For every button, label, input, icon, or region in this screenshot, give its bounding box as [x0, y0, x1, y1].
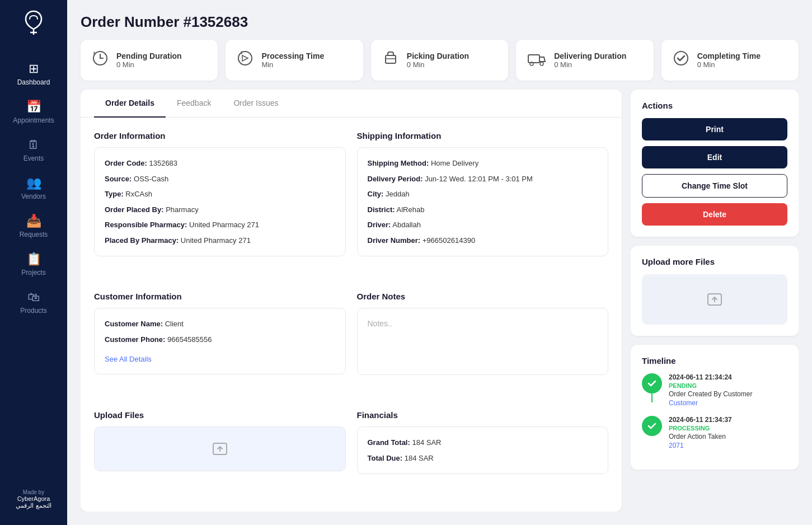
shipping-information-card: Shipping Method: Home Delivery Delivery … — [357, 147, 609, 256]
order-information-section: Order Information Order Code: 1352683 So… — [94, 131, 346, 280]
sidebar-item-projects[interactable]: 📋 Projects — [0, 245, 67, 283]
see-all-details-link[interactable]: See All Details — [105, 355, 152, 363]
city-row: City: Jeddah — [368, 189, 598, 200]
sidebar-item-vendors-label: Vendors — [21, 193, 46, 200]
print-button[interactable]: Print — [642, 118, 787, 140]
dashboard-icon: ⊞ — [29, 62, 39, 76]
tab-order-details[interactable]: Order Details — [94, 90, 166, 118]
city-label: City: — [368, 190, 384, 198]
svg-rect-2 — [386, 55, 396, 63]
responsible-pharmacy-label: Responsible Pharmacy: — [105, 221, 187, 229]
timeline-time-0: 2024-06-11 21:34:24 — [669, 373, 752, 381]
sidebar-item-appointments[interactable]: 📅 Appointments — [0, 93, 67, 131]
district-value: AlRehab — [397, 205, 425, 214]
right-panel: Actions Print Edit Change Time Slot Dele… — [631, 90, 799, 512]
processing-time-value: Min — [261, 60, 324, 69]
customer-phone-row: Customer Phone: 96654585556 — [105, 334, 335, 345]
stat-processing: Processing Time Min — [226, 40, 363, 81]
customer-name-row: Customer Name: Client — [105, 318, 335, 330]
order-source-label: Source: — [105, 175, 132, 183]
main-content: Order Number #1352683 Pending Duration 0… — [67, 0, 812, 525]
stat-picking: Picking Duration 0 Min — [371, 40, 508, 81]
customer-name-value: Client — [165, 320, 184, 328]
sidebar-item-dashboard[interactable]: ⊞ Dashboard — [0, 55, 67, 93]
delete-button[interactable]: Delete — [642, 203, 787, 226]
customer-information-card: Customer Name: Client Customer Phone: 96… — [94, 308, 346, 374]
sidebar-item-events[interactable]: 🗓 Events — [0, 131, 67, 169]
timeline-status-1: PROCESSING — [669, 425, 732, 432]
products-icon: 🛍 — [27, 290, 40, 304]
sidebar-logo — [22, 9, 45, 41]
tab-feedback[interactable]: Feedback — [166, 90, 222, 118]
processing-time-label: Processing Time — [261, 51, 324, 60]
stat-completing: Completing Time 0 Min — [661, 40, 799, 81]
timeline-time-1: 2024-06-11 21:34:37 — [669, 416, 732, 424]
sidebar-item-products[interactable]: 🛍 Products — [0, 283, 67, 321]
upload-files-title: Upload Files — [94, 410, 346, 420]
driver-value: Abdallah — [392, 221, 421, 229]
driver-number-value: +966502614390 — [423, 236, 475, 245]
order-notes-section: Order Notes Notes.. — [357, 292, 609, 399]
delivery-period-label: Delivery Period: — [368, 175, 423, 183]
customer-information-title: Customer Information — [94, 292, 346, 301]
order-source-row: Source: OSS-Cash — [105, 174, 335, 185]
sidebar-item-requests[interactable]: 📥 Requests — [0, 207, 67, 245]
order-code-value: 1352683 — [149, 159, 177, 167]
order-source-value: OSS-Cash — [134, 175, 168, 183]
actions-title: Actions — [642, 101, 787, 110]
delivering-duration-icon — [527, 50, 546, 70]
driver-label: Driver: — [368, 221, 391, 229]
upload-more-files-area[interactable] — [642, 274, 787, 325]
timeline-link-0[interactable]: Customer — [669, 399, 752, 407]
driver-number-row: Driver Number: +966502614390 — [368, 235, 598, 246]
order-notes-placeholder: Notes.. — [368, 319, 392, 328]
upload-files-section: Upload Files — [94, 410, 346, 498]
driver-number-label: Driver Number: — [368, 236, 421, 245]
change-time-slot-button[interactable]: Change Time Slot — [642, 174, 787, 198]
placed-by-pharmacy-value: United Pharmacy 271 — [181, 236, 251, 245]
timeline-icon-1 — [642, 416, 662, 436]
timeline-item-1: 2024-06-11 21:34:37 PROCESSING Order Act… — [642, 416, 787, 449]
financials-section: Financials Grand Total: 184 SAR Total Du… — [357, 410, 609, 498]
stat-delivering: Delivering Duration 0 Min — [516, 40, 653, 81]
sidebar-item-vendors[interactable]: 👥 Vendors — [0, 169, 67, 207]
svg-point-5 — [540, 62, 543, 65]
total-due-label: Total Due: — [368, 454, 403, 462]
total-due-row: Total Due: 184 SAR — [368, 453, 598, 464]
pending-duration-value: 0 Min — [116, 60, 182, 69]
stat-pending: Pending Duration 0 Min — [81, 40, 218, 81]
edit-button[interactable]: Edit — [642, 146, 787, 168]
order-notes-title: Order Notes — [357, 292, 609, 301]
timeline-desc-0: Order Created By Customer — [669, 390, 752, 398]
placed-by-pharmacy-label: Placed By Pharmacy: — [105, 236, 179, 245]
appointments-icon: 📅 — [26, 100, 41, 114]
delivering-duration-label: Delivering Duration — [554, 51, 626, 60]
grand-total-value: 184 SAR — [412, 438, 441, 447]
picking-duration-value: 0 Min — [407, 60, 469, 69]
sidebar-item-dashboard-label: Dashboard — [17, 78, 50, 86]
order-information-card: Order Code: 1352683 Source: OSS-Cash Typ… — [94, 147, 346, 256]
left-panel: Order Details Feedback Order Issues Orde… — [81, 90, 622, 512]
timeline-link-1[interactable]: 2071 — [669, 442, 732, 449]
upload-files-icon — [211, 440, 229, 458]
order-placed-by-label: Order Placed By: — [105, 205, 164, 214]
pending-duration-icon — [92, 50, 109, 71]
shipping-information-title: Shipping Information — [357, 131, 609, 140]
timeline-icon-0 — [642, 373, 662, 393]
timeline-status-0: PENDING — [669, 382, 752, 389]
order-type-row: Type: RxCAsh — [105, 189, 335, 200]
upload-files-area[interactable] — [94, 426, 346, 471]
sidebar-item-events-label: Events — [24, 154, 44, 162]
district-label: District: — [368, 205, 395, 214]
tab-order-issues[interactable]: Order Issues — [222, 90, 289, 118]
order-notes-card: Notes.. — [357, 308, 609, 375]
processing-time-icon — [237, 50, 254, 71]
shipping-information-section: Shipping Information Shipping Method: Ho… — [357, 131, 609, 280]
grand-total-row: Grand Total: 184 SAR — [368, 437, 598, 448]
shipping-method-row: Shipping Method: Home Delivery — [368, 158, 598, 169]
upload-more-files-title: Upload more Files — [642, 257, 787, 266]
timeline-card: Timeline 2024-06-11 21:34:24 PENDING Ord… — [631, 345, 799, 470]
sidebar-brand-ar: التجمع الرقمي — [16, 502, 51, 509]
district-row: District: AlRehab — [368, 204, 598, 215]
order-placed-by-value: Pharmacy — [166, 205, 199, 214]
